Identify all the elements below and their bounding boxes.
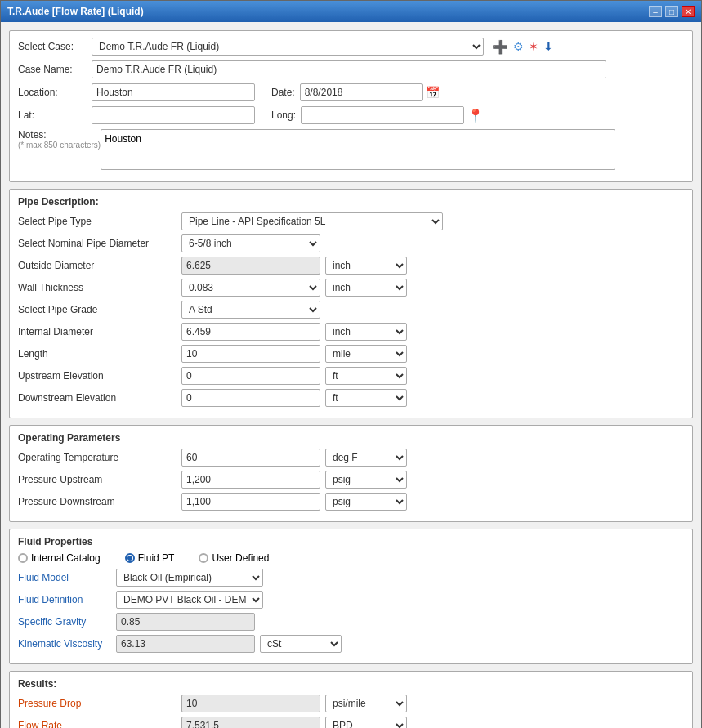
- location-date-row: Location: Date: 📅: [18, 83, 684, 101]
- radio-user-defined[interactable]: User Defined: [199, 552, 269, 564]
- add-icon[interactable]: ➕: [492, 39, 508, 55]
- op-temp-label: Operating Temperature: [18, 452, 181, 463]
- nominal-diam-label: Select Nominal Pipe Diameter: [18, 238, 181, 249]
- flow-rate-unit[interactable]: BPD: [325, 717, 407, 728]
- fluid-def-label: Fluid Definition: [18, 594, 116, 605]
- gear-icon[interactable]: ⚙: [513, 40, 524, 53]
- calendar-icon[interactable]: 📅: [426, 86, 440, 99]
- specific-gravity-row: Specific Gravity: [18, 613, 684, 631]
- outside-diam-label: Outside Diameter: [18, 260, 181, 271]
- pipe-section-title: Pipe Description:: [18, 196, 684, 208]
- pressure-drop-row: Pressure Drop psi/mile: [18, 695, 684, 712]
- viscosity-input: [116, 635, 255, 653]
- close-button[interactable]: ✕: [682, 6, 695, 17]
- pressure-down-unit[interactable]: psig: [325, 493, 407, 511]
- results-title: Results:: [18, 678, 684, 690]
- fluid-def-row: Fluid Definition DEMO PVT Black Oil - DE…: [18, 591, 684, 609]
- location-label: Location:: [18, 87, 92, 98]
- notes-hint: (* max 850 characters): [18, 141, 101, 150]
- notes-label: Notes:: [18, 129, 101, 141]
- radio-fluid-pt[interactable]: Fluid PT: [125, 552, 175, 564]
- wall-thickness-label: Wall Thickness: [18, 282, 181, 293]
- minimize-button[interactable]: –: [649, 6, 662, 17]
- pressure-up-input[interactable]: [181, 471, 320, 489]
- radio-fluid-pt-btn[interactable]: [125, 553, 135, 563]
- pressure-drop-unit[interactable]: psi/mile: [325, 695, 407, 712]
- nominal-diam-select[interactable]: 6-5/8 inch: [181, 234, 320, 252]
- case-name-label: Case Name:: [18, 64, 92, 75]
- pressure-drop-label: Pressure Drop: [18, 698, 181, 709]
- case-select[interactable]: Demo T.R.Aude FR (Liquid): [92, 38, 484, 56]
- lat-long-row: Lat: Long: 📍: [18, 106, 684, 124]
- length-unit[interactable]: mile: [325, 345, 407, 363]
- viscosity-label: Kinematic Viscosity: [18, 638, 116, 650]
- downstream-elev-row: Downstream Elevation ft: [18, 389, 684, 407]
- fluid-section: Fluid Properties Internal Catalog Fluid …: [9, 529, 693, 664]
- viscosity-unit[interactable]: cSt: [260, 635, 342, 653]
- notes-label-group: Notes: (* max 850 characters): [18, 129, 101, 150]
- wall-thickness-select[interactable]: 0.083: [181, 279, 320, 297]
- case-name-input[interactable]: [92, 60, 606, 78]
- window-title: T.R.Aude [Flow Rate] (Liquid): [7, 6, 144, 17]
- pressure-drop-input: [181, 695, 320, 712]
- length-label: Length: [18, 348, 181, 360]
- op-temp-input[interactable]: [181, 449, 320, 467]
- restore-button[interactable]: □: [665, 6, 678, 17]
- pressure-down-label: Pressure Downstream: [18, 496, 181, 507]
- downstream-elev-unit[interactable]: ft: [325, 389, 407, 407]
- radio-internal-btn[interactable]: [18, 553, 28, 563]
- location-pin-icon[interactable]: 📍: [467, 108, 484, 123]
- main-content: Select Case: Demo T.R.Aude FR (Liquid) ➕…: [1, 22, 701, 728]
- flow-rate-label: Flow Rate: [18, 720, 181, 728]
- wall-thickness-row: Wall Thickness 0.083 inch: [18, 279, 684, 297]
- fluid-model-select[interactable]: Black Oil (Empirical): [116, 569, 263, 587]
- window-controls: – □ ✕: [649, 6, 695, 17]
- outside-diam-input: [181, 257, 320, 275]
- fluid-model-label: Fluid Model: [18, 572, 116, 583]
- pressure-up-row: Pressure Upstream psig: [18, 471, 684, 489]
- notes-row: Notes: (* max 850 characters) Houston: [18, 129, 684, 170]
- results-section: Results: Pressure Drop psi/mile Flow Rat…: [9, 671, 693, 728]
- case-name-row: Case Name:: [18, 60, 684, 78]
- lat-input[interactable]: [92, 106, 255, 124]
- fluid-radio-row: Internal Catalog Fluid PT User Defined: [18, 552, 684, 564]
- length-input[interactable]: [181, 345, 320, 363]
- internal-diam-unit[interactable]: inch: [325, 323, 407, 341]
- downstream-elev-label: Downstream Elevation: [18, 392, 181, 404]
- pipe-section: Pipe Description: Select Pipe Type Pipe …: [9, 189, 693, 418]
- pressure-up-unit[interactable]: psig: [325, 471, 407, 489]
- long-label: Long:: [271, 109, 296, 121]
- radio-internal[interactable]: Internal Catalog: [18, 552, 101, 564]
- location-input[interactable]: [92, 83, 255, 101]
- select-case-label: Select Case:: [18, 41, 92, 52]
- pipe-grade-select[interactable]: A Std: [181, 301, 320, 319]
- upstream-elev-input[interactable]: [181, 367, 320, 385]
- fluid-model-row: Fluid Model Black Oil (Empirical): [18, 569, 684, 587]
- wall-thickness-unit[interactable]: inch: [325, 279, 407, 297]
- radio-user-defined-label: User Defined: [212, 552, 269, 564]
- viscosity-row: Kinematic Viscosity cSt: [18, 635, 684, 653]
- share-icon[interactable]: ✶: [529, 40, 539, 53]
- pipe-type-select[interactable]: Pipe Line - API Specification 5L: [181, 212, 443, 230]
- long-input[interactable]: [301, 106, 464, 124]
- pipe-type-label: Select Pipe Type: [18, 216, 181, 227]
- pipe-type-row: Select Pipe Type Pipe Line - API Specifi…: [18, 212, 684, 230]
- fluid-section-title: Fluid Properties: [18, 536, 684, 547]
- op-temp-unit[interactable]: deg F: [325, 449, 407, 467]
- notes-textarea[interactable]: Houston: [101, 129, 615, 170]
- date-input[interactable]: [300, 83, 423, 101]
- radio-internal-label: Internal Catalog: [31, 552, 101, 564]
- date-label: Date:: [271, 87, 295, 98]
- internal-diam-label: Internal Diameter: [18, 326, 181, 337]
- pressure-down-input[interactable]: [181, 493, 320, 511]
- flow-rate-input: [181, 717, 320, 728]
- internal-diam-input[interactable]: [181, 323, 320, 341]
- upstream-elev-unit[interactable]: ft: [325, 367, 407, 385]
- main-window: T.R.Aude [Flow Rate] (Liquid) – □ ✕ Sele…: [0, 0, 702, 728]
- fluid-def-select[interactable]: DEMO PVT Black Oil - DEMO: [116, 591, 263, 609]
- outside-diam-unit[interactable]: inch: [325, 257, 407, 275]
- downstream-elev-input[interactable]: [181, 389, 320, 407]
- radio-user-defined-btn[interactable]: [199, 553, 208, 563]
- download-icon[interactable]: ⬇: [543, 40, 553, 53]
- nominal-diam-row: Select Nominal Pipe Diameter 6-5/8 inch: [18, 234, 684, 252]
